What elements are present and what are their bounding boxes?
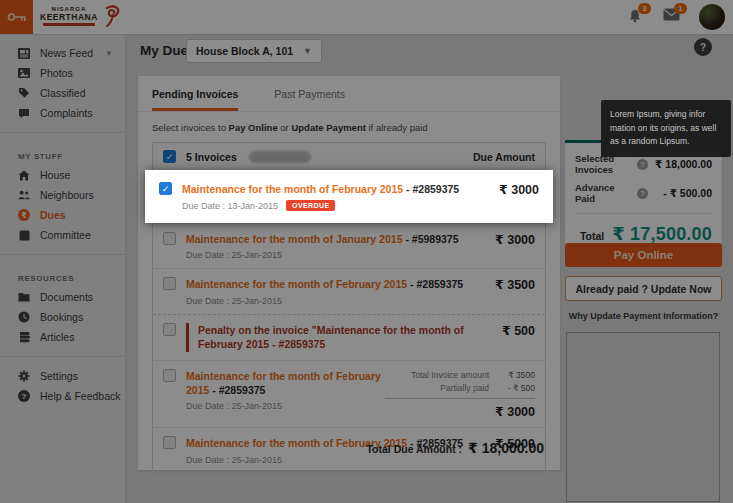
invoice-due-line: Due Date : 13-Jan-2015OVERDUE [182, 200, 491, 211]
invoice-row-selected[interactable]: ✓ Maintenance for the month of February … [145, 170, 553, 223]
row-checkbox-checked[interactable]: ✓ [159, 182, 172, 195]
invoice-title: Maintenance for the month of February 20… [182, 182, 491, 196]
tutorial-tooltip: Lorem Ipsum, giving infor mation on its … [601, 100, 731, 157]
overdue-badge: OVERDUE [286, 200, 335, 211]
tutorial-dim-overlay[interactable] [0, 0, 733, 503]
invoice-info: Maintenance for the month of February 20… [172, 182, 491, 211]
invoice-amount: ₹ 3000 [491, 182, 539, 197]
